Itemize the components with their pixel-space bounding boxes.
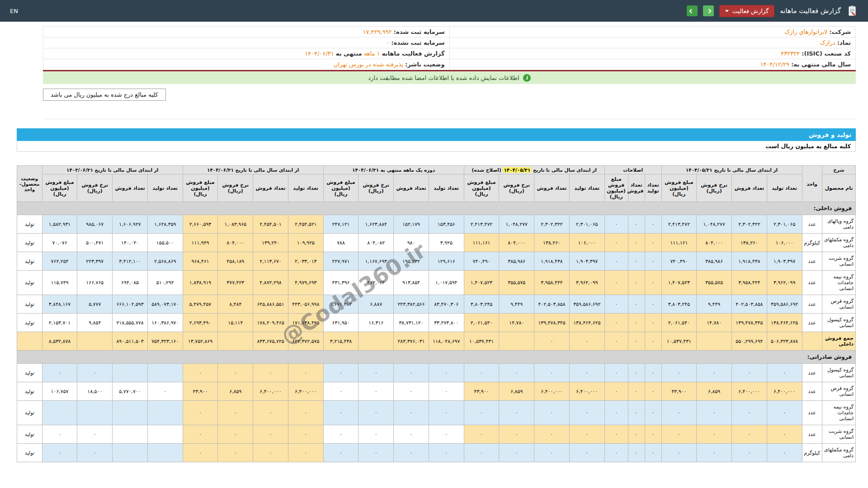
- info-label: کد صنعت (ISIC):: [802, 50, 851, 57]
- section-row: فروش داخلی:: [17, 202, 856, 215]
- value-number: ۲۴۷,۱۲۱: [332, 221, 350, 227]
- value-number: ۲,۴۵۴,۵۰۱: [259, 221, 281, 227]
- value-cell: ۳,۹۶۲,۰۹۹: [767, 271, 802, 295]
- info-value: ۱۴۰۴/۰۶/۳۱: [305, 50, 334, 57]
- value-cell: ۲,۴۱۳,۴۷۲: [464, 215, 499, 234]
- value-number: ۴,۹۷۹,۶۹۳: [295, 280, 316, 286]
- value-number: ۶,۴۰۰,۰۰۰: [295, 389, 316, 394]
- value-number: ۰: [635, 389, 638, 394]
- top-bar: گزارش فعالیت ماهانه گزارش فعالیت EN: [0, 0, 868, 22]
- value-cell: ۰: [394, 444, 429, 462]
- value-number: ۲,۳۰۲,۳۲۲: [738, 221, 760, 227]
- report-clipboard-icon[interactable]: [846, 5, 858, 17]
- value-number: ۶۲۴,۳۷۲,۵۷۵: [292, 338, 319, 344]
- value-cell: ۸,۴۸۴: [218, 295, 253, 314]
- value-number: ۱۲۹,۶۱۶: [438, 258, 455, 264]
- value-cell: ۶,۸۵۹: [499, 382, 534, 401]
- value-number: ۴۳۱,۳۹۶: [332, 280, 350, 286]
- info-label: شرکت:: [830, 28, 851, 35]
- value-cell: ۰: [464, 401, 499, 425]
- value-cell: ۰: [645, 444, 661, 462]
- value-cell: ۴۳,۹۰۰: [661, 382, 697, 401]
- production-table: شرحواحداز ابتدای سال مالی تا تاریخ ۱۴۰۴/…: [17, 165, 856, 462]
- value-number: ۱۰,۵۳۷,۴۳۱: [667, 338, 691, 344]
- info-row: کد صنعت (ISIC): ۴۳۲۳۲۴گزارش فعالیت ماهان…: [43, 48, 856, 59]
- product-row: گروه شربت انسانیعدد۰۰۰۰۰۰۰۰۰۰۰۰۰۰۰۰۰۰۰۰۰…: [17, 425, 856, 444]
- value-cell: ۳,۹۲۵: [429, 234, 464, 252]
- info-value[interactable]: درازک: [820, 39, 835, 46]
- value-number: ۰: [713, 450, 716, 456]
- next-report-button[interactable]: [703, 5, 714, 16]
- value-number: ۱,۴۰۷,۵۲۳: [471, 280, 492, 286]
- value-cell: ۱,۰۱۷,۵۹۴: [429, 271, 464, 295]
- highlighted-date: ۱۴۰۴/۰۵/۳۱: [503, 167, 531, 173]
- value-cell: [359, 332, 394, 351]
- value-cell: ۳۸۵,۹۸۶: [499, 252, 534, 271]
- value-number: ۳۳,۲۷۳,۸۰۰: [434, 320, 458, 326]
- value-cell: ۳۸۵,۹۸۶: [697, 252, 732, 271]
- value-number: ۴۰۲,۵۰۳,۸۵۸: [538, 301, 565, 307]
- value-cell: ۱,۹۱۸,۴۳۸: [534, 252, 570, 271]
- value-number: ۲۲۷,۹۷۱: [332, 258, 350, 264]
- value-cell: ۸۰۴,۰۸۲: [359, 234, 394, 252]
- value-cell: ۰: [218, 401, 253, 425]
- value-number: ۳۵۹,۵۸۶,۶۹۲: [573, 301, 600, 307]
- value-cell: ۰: [42, 364, 77, 382]
- value-cell: ۰: [645, 425, 661, 444]
- prev-report-button[interactable]: [687, 5, 698, 16]
- info-cell: شرکت: لابراتوارهاي رازک: [449, 27, 856, 38]
- value-cell: ۶,۸۸۷: [359, 295, 394, 314]
- value-number: ۰: [199, 410, 202, 416]
- value-cell: ۰: [697, 364, 732, 382]
- value-cell: ۰: [628, 382, 645, 401]
- value-number: ۱۸,۵۰۰: [87, 389, 102, 394]
- language-switch[interactable]: EN: [10, 8, 18, 14]
- value-number: ۱۱۱,۱۶۱: [473, 240, 491, 246]
- value-cell: ۱۳۸,۲۶۰: [534, 234, 570, 252]
- value-cell: ۲,۳۰۲,۳۲۲: [732, 215, 767, 234]
- value-cell: ۱,۹۰۳,۳۹۷: [569, 252, 604, 271]
- value-cell: ۷۶۲,۲۵۴: [42, 252, 77, 271]
- value-number: ۶۹۴,۰۸۵: [121, 280, 139, 286]
- value-number: ۰: [375, 432, 377, 437]
- value-number: ۱,۹۰۳,۳۹۷: [774, 258, 795, 264]
- value-number: ۶,۴۰۰,۰۰۰: [576, 389, 598, 394]
- value-cell: ۸۳۳,۶۷۵,۷۲۵: [253, 332, 288, 351]
- info-value[interactable]: لابراتوارهاي رازک: [784, 28, 827, 35]
- value-cell: ۶,۴۰۰,۰۰۰: [732, 382, 767, 401]
- value-cell: ۰: [628, 252, 645, 271]
- value-number: ۲,۰۶۱,۵۴۰: [668, 320, 690, 326]
- value-number: ۰: [713, 370, 716, 376]
- value-number: ۴,۸۷۲,۲۹۸: [259, 280, 281, 286]
- header-sub: نرخ فروش (ریال): [77, 174, 113, 202]
- value-number: ۰: [304, 410, 307, 416]
- info-label: نماد:: [837, 39, 851, 46]
- value-number: ۰: [585, 432, 588, 437]
- value-number: ۲,۱۱۳,۶۷۰: [259, 258, 281, 264]
- value-number: ۰: [304, 450, 307, 456]
- value-cell: ۱۱۱,۱۶۱: [464, 234, 499, 252]
- value-number: ۹۸۵,۰۶۷: [86, 221, 104, 227]
- value-number: ۰: [234, 432, 237, 437]
- value-number: ۱۱۵,۷۴۹: [51, 280, 69, 286]
- section-title-bar: تولید و فروش: [17, 128, 856, 141]
- value-cell: [499, 332, 534, 351]
- value-number: ۰: [445, 432, 448, 437]
- value-cell: ۶۲۴,۳۷۲,۵۷۵: [288, 332, 323, 351]
- header-sub: مبلغ فروش (میلیون ریال): [183, 174, 218, 202]
- report-type-button[interactable]: گزارش فعالیت: [719, 5, 774, 17]
- value-cell: ۳۳,۲۷۳,۸۰۰: [429, 314, 464, 332]
- product-name-cell: گروه قرص انسانی: [822, 295, 855, 314]
- value-number: ۰: [304, 432, 307, 437]
- value-cell: ۰: [534, 332, 570, 351]
- header-group-e: از ابتدای سال مالی تا تاریخ ۱۴۰۳/۰۶/۳۱: [42, 166, 183, 174]
- value-cell: ۰: [604, 382, 628, 401]
- value-cell: ۵۸۹,۰۷۳,۱۷۰: [147, 295, 183, 314]
- value-number: ۰: [615, 389, 618, 394]
- value-cell: ۱,۸۳۸,۹۱۹: [183, 271, 218, 295]
- value-number: ۴۳,۹۰۰: [671, 389, 686, 394]
- value-number: ۱۳۹,۴۷۸,۳۴۵: [736, 320, 763, 326]
- value-number: ۲,۳۰۱,۰۶۵: [774, 221, 795, 227]
- value-cell: ۲۴۷,۱۲۱: [323, 215, 359, 234]
- value-number: ۰: [375, 389, 377, 394]
